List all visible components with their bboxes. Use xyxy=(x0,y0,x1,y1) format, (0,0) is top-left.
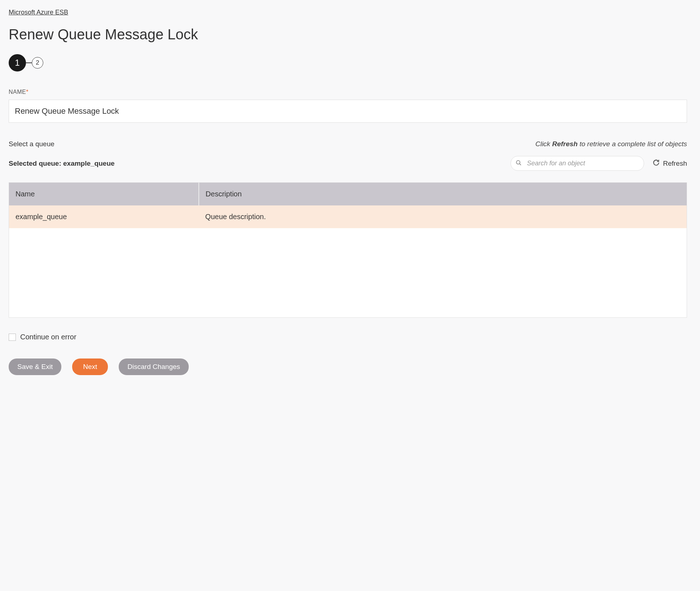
refresh-button[interactable]: Refresh xyxy=(653,159,687,168)
breadcrumb-link[interactable]: Microsoft Azure ESB xyxy=(9,9,68,16)
queue-table-container: Name Description example_queue Queue des… xyxy=(9,182,687,318)
search-icon xyxy=(516,160,522,167)
table-cell-description: Queue description. xyxy=(199,205,687,228)
select-queue-label: Select a queue xyxy=(9,140,54,148)
refresh-hint: Click Refresh to retrieve a complete lis… xyxy=(535,140,687,148)
page-title: Renew Queue Message Lock xyxy=(9,26,687,43)
refresh-icon xyxy=(653,159,660,168)
selected-queue-prefix: Selected queue: xyxy=(9,160,63,167)
save-exit-button[interactable]: Save & Exit xyxy=(9,358,61,375)
step-1[interactable]: 1 xyxy=(9,54,26,71)
name-label-text: NAME xyxy=(9,89,26,95)
continue-on-error-label: Continue on error xyxy=(20,333,76,341)
table-header-name[interactable]: Name xyxy=(9,183,199,205)
table-row[interactable]: example_queue Queue description. xyxy=(9,205,687,228)
search-input[interactable] xyxy=(511,156,644,171)
stepper: 1 2 xyxy=(9,54,687,71)
discard-changes-button[interactable]: Discard Changes xyxy=(119,358,189,375)
name-label: NAME* xyxy=(9,89,687,95)
selected-queue-label: Selected queue: example_queue xyxy=(9,160,115,168)
hint-prefix: Click xyxy=(535,140,552,148)
table-header-description[interactable]: Description xyxy=(199,183,687,205)
svg-point-0 xyxy=(517,160,520,164)
name-input[interactable] xyxy=(9,100,687,123)
next-button[interactable]: Next xyxy=(72,358,108,375)
table-cell-name: example_queue xyxy=(9,205,199,228)
step-2[interactable]: 2 xyxy=(32,57,43,69)
svg-line-1 xyxy=(520,164,521,165)
hint-suffix: to retrieve a complete list of objects xyxy=(578,140,687,148)
step-connector xyxy=(26,62,32,63)
queue-table: Name Description example_queue Queue des… xyxy=(9,183,687,228)
hint-bold: Refresh xyxy=(552,140,578,148)
refresh-label: Refresh xyxy=(663,160,687,168)
required-asterisk: * xyxy=(26,89,29,95)
continue-on-error-checkbox[interactable] xyxy=(9,334,16,341)
selected-queue-value: example_queue xyxy=(63,160,115,167)
